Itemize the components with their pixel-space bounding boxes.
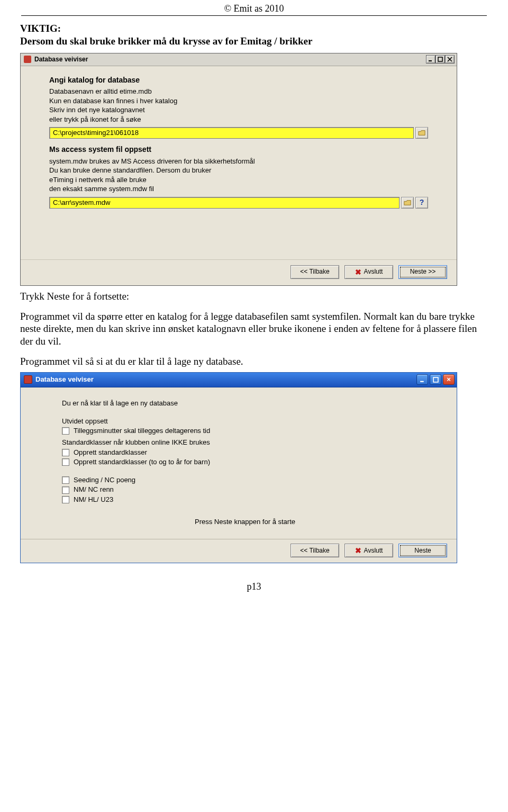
window-title: Database veiviser bbox=[34, 56, 423, 64]
checkbox-opprett-standardklasser[interactable] bbox=[62, 449, 69, 456]
section1-line: Databasenavn er alltid etime.mdb bbox=[49, 87, 428, 96]
system-mdw-path-input[interactable]: C:\arr\system.mdw bbox=[49, 197, 400, 209]
section-standardklasser-heading: Standardklasser når klubben online IKKE … bbox=[62, 438, 428, 447]
maximize-button[interactable] bbox=[436, 55, 445, 64]
section1-heading: Angi katalog for database bbox=[49, 76, 428, 85]
viktig-label: VIKTIG: bbox=[20, 22, 488, 35]
close-icon: × bbox=[447, 375, 451, 384]
svg-rect-2 bbox=[420, 381, 424, 382]
section2-heading: Ms access system fil oppsett bbox=[49, 145, 428, 155]
section1-line: Kun en database kan finnes i hver katalo… bbox=[49, 96, 428, 106]
cancel-button[interactable]: ✖Avslutt bbox=[344, 544, 393, 557]
next-button[interactable]: Neste bbox=[398, 544, 447, 557]
press-next-hint: Press Neste knappen for å starte bbox=[62, 518, 428, 526]
minimize-button[interactable] bbox=[416, 374, 428, 385]
section1-line: Skriv inn det nye katalognavnet bbox=[49, 105, 428, 115]
app-icon bbox=[24, 375, 32, 384]
question-icon: ? bbox=[420, 198, 424, 207]
checkbox-row: Seeding / NC poeng bbox=[62, 476, 428, 484]
checkbox-nm-nc-renn[interactable] bbox=[62, 486, 69, 494]
close-button[interactable]: × bbox=[443, 374, 455, 385]
ready-heading: Du er nå klar til å lage en ny database bbox=[62, 399, 428, 408]
section2-line: eTiming i nettverk må alle bruke bbox=[49, 175, 428, 185]
wizard-window-1: Database veiviser Angi katalog for datab… bbox=[20, 53, 457, 286]
checkbox-label: Tilleggsminutter skal tillegges deltager… bbox=[74, 427, 210, 435]
section2-line: Du kan bruke denne standardfilen. Dersom… bbox=[49, 166, 428, 175]
titlebar: Database veiviser bbox=[21, 53, 457, 66]
checkbox-row: Opprett standardklasser bbox=[62, 448, 428, 457]
checkbox-label: NM/ HL/ U23 bbox=[74, 495, 113, 504]
app-icon bbox=[24, 56, 31, 63]
section2-line: den eksakt samme system.mdw fil bbox=[49, 184, 428, 194]
checkbox-row: Opprett standardklasser (to og to år for… bbox=[62, 458, 428, 466]
x-icon: ✖ bbox=[355, 268, 361, 276]
browse-folder-button[interactable] bbox=[401, 197, 414, 209]
browse-folder-button[interactable] bbox=[415, 127, 428, 139]
page-number: p13 bbox=[0, 570, 508, 598]
database-path-input[interactable]: C:\projects\timing21\061018 bbox=[49, 127, 414, 139]
section1-line: eller trykk på ikonet for å søke bbox=[49, 115, 428, 124]
checkbox-label: Opprett standardklasser bbox=[74, 448, 147, 457]
x-icon: ✖ bbox=[355, 547, 361, 554]
titlebar: Database veiviser × bbox=[21, 373, 457, 387]
checkbox-label: Opprett standardklasser (to og to år for… bbox=[74, 458, 210, 466]
svg-rect-0 bbox=[429, 60, 432, 61]
checkbox-seeding-nc[interactable] bbox=[62, 476, 69, 484]
section-utvidet-heading: Utvidet oppsett bbox=[62, 417, 428, 426]
checkbox-nm-hl-u23[interactable] bbox=[62, 496, 69, 503]
wizard-window-2: Database veiviser × Du er nå klar til å … bbox=[20, 372, 457, 564]
close-button[interactable] bbox=[445, 55, 455, 64]
cancel-button[interactable]: ✖Avslutt bbox=[344, 265, 393, 279]
svg-rect-1 bbox=[438, 57, 442, 61]
checkbox-label: Seeding / NC poeng bbox=[74, 476, 135, 484]
viktig-body: Dersom du skal bruke brikker må du kryss… bbox=[20, 35, 488, 48]
maximize-button[interactable] bbox=[430, 374, 441, 385]
help-button[interactable]: ? bbox=[415, 197, 428, 209]
window-title: Database veiviser bbox=[35, 375, 413, 384]
checkbox-row: NM/ NC renn bbox=[62, 485, 428, 494]
paragraph-ready: Programmet vil så si at du er klar til å… bbox=[20, 355, 488, 368]
folder-icon bbox=[418, 130, 425, 136]
next-button[interactable]: Neste >> bbox=[398, 265, 447, 279]
page-copyright: © Emit as 2010 bbox=[21, 0, 487, 16]
checkbox-opprett-standardklasser-barn[interactable] bbox=[62, 458, 69, 466]
caption-trykk-neste: Trykk Neste for å fortsette: bbox=[20, 290, 488, 303]
back-button[interactable]: << Tilbake bbox=[291, 265, 339, 279]
checkbox-label: NM/ NC renn bbox=[74, 485, 114, 494]
checkbox-row: Tilleggsminutter skal tillegges deltager… bbox=[62, 427, 428, 435]
minimize-button[interactable] bbox=[426, 55, 436, 64]
svg-rect-3 bbox=[433, 377, 438, 382]
back-button[interactable]: << Tilbake bbox=[291, 544, 339, 557]
checkbox-row: NM/ HL/ U23 bbox=[62, 495, 428, 504]
folder-icon bbox=[404, 200, 411, 206]
section2-line: system.mdw brukes av MS Access driveren … bbox=[49, 157, 428, 166]
paragraph-catalog-info: Programmet vil da spørre etter en katalo… bbox=[20, 310, 488, 348]
checkbox-tilleggsminutter[interactable] bbox=[62, 427, 69, 435]
